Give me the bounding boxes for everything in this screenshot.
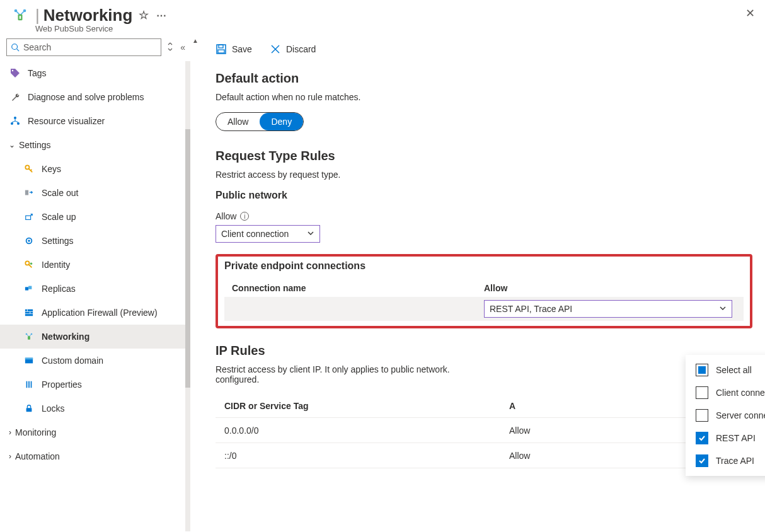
svg-line-5 [17,49,20,52]
svg-point-9 [17,122,20,125]
networking-icon [23,331,35,342]
default-action-description: Default action when no rule matches. [216,92,752,102]
ip-rule-row: ::/0 Allow ⋯ [216,443,752,468]
option-rest-api[interactable]: REST API [686,427,765,449]
discard-icon [270,43,281,55]
sidebar-item-settings[interactable]: Settings [0,229,190,253]
collapse-sidebar-icon[interactable]: « [180,42,185,52]
svg-rect-31 [31,381,32,388]
ip-rules-heading: IP Rules [216,344,752,358]
domain-icon [23,355,35,366]
chevron-down-icon [307,229,314,239]
default-action-heading: Default action [216,71,752,86]
checkbox-checked-icon [696,432,708,444]
checkbox-unchecked-icon [696,409,708,422]
option-server-connection[interactable]: Server connection [686,404,765,427]
close-blade-button[interactable]: ✕ [745,6,755,20]
ip-rule-row: 0.0.0.0/0 Allow ⋯ [216,418,752,443]
allow-option[interactable]: Allow [216,113,260,130]
sidebar: Search « Tags Diagnose and solve problem… [0,33,190,531]
svg-point-4 [12,44,18,50]
checkbox-checked-icon [696,454,708,467]
checkbox-partial-icon [696,364,708,376]
sidebar-group-monitoring[interactable]: ›Monitoring [0,420,190,444]
lock-icon [23,403,35,414]
svg-rect-17 [25,287,28,290]
svg-point-14 [28,240,30,242]
favorite-star-icon[interactable]: ☆ [139,8,149,22]
svg-rect-28 [25,358,33,360]
public-network-allow-dropdown[interactable]: Client connection [216,225,320,243]
cidr-column-header: CIDR or Service Tag [216,395,500,418]
sidebar-item-identity[interactable]: Identity [0,253,190,277]
scroll-up-icon[interactable]: ▲ [192,37,198,44]
sidebar-item-custom-domain[interactable]: Custom domain [0,349,190,373]
allow-options-dropdown-panel: Select all Client connection Server conn… [686,355,765,476]
sidebar-group-automation[interactable]: ›Automation [0,444,190,468]
sidebar-item-diagnose[interactable]: Diagnose and solve problems [0,85,190,109]
key-icon [23,163,35,175]
scale-out-icon [23,187,35,199]
svg-rect-12 [26,216,31,219]
option-select-all[interactable]: Select all [686,359,765,381]
search-icon [11,43,20,52]
sidebar-item-scale-up[interactable]: Scale up [0,205,190,229]
page-title: |Networking ☆ ⋯ [35,6,166,25]
ip-rules-table: CIDR or Service Tag A 0.0.0.0/0 Allow ⋯ … [216,395,752,468]
chevron-down-icon [719,304,727,314]
allow-label: Allowi [216,211,752,221]
scale-up-icon [23,211,35,223]
svg-point-8 [11,122,13,125]
chevron-right-icon: › [9,428,11,437]
highlighted-section: Private endpoint connections Connection … [216,254,752,328]
more-commands-icon[interactable]: ⋯ [156,9,166,21]
sidebar-item-networking[interactable]: Networking [0,325,190,349]
deny-option[interactable]: Deny [260,113,303,130]
ip-rules-description: Restrict access by client IP. It only ap… [216,364,752,385]
sidebar-search-input[interactable]: Search [6,38,161,56]
sidebar-item-keys[interactable]: Keys [0,157,190,181]
info-icon[interactable]: i [240,212,249,221]
save-button[interactable]: Save [216,43,252,55]
hierarchy-icon [9,115,21,127]
sidebar-item-resource-visualizer[interactable]: Resource visualizer [0,109,190,133]
request-type-rules-description: Restrict access by request type. [216,170,752,180]
svg-point-6 [12,70,13,71]
connection-row: REST API, Trace API [224,297,744,321]
properties-icon [23,379,35,390]
svg-rect-29 [26,381,28,388]
sidebar-item-application-firewall[interactable]: Application Firewall (Preview) [0,301,190,325]
allow-column-header: Allow [484,283,736,293]
svg-rect-30 [28,381,30,388]
request-type-rules-heading: Request Type Rules [216,149,752,163]
sidebar-scrollbar-thumb[interactable] [185,129,190,388]
svg-rect-32 [26,408,32,412]
expand-collapse-toggle-icon[interactable] [166,42,174,53]
action-column-header: A [500,395,702,418]
default-action-toggle[interactable]: Allow Deny [216,112,304,131]
public-network-heading: Public network [216,190,752,201]
connection-name-column-header: Connection name [232,283,484,293]
sidebar-item-scale-out[interactable]: Scale out [0,181,190,205]
svg-rect-3 [20,16,21,19]
sidebar-group-settings[interactable]: ⌄Settings [0,133,190,157]
sidebar-item-properties[interactable]: Properties [0,373,190,396]
connection-allow-dropdown[interactable]: REST API, Trace API [484,300,732,318]
sidebar-item-replicas[interactable]: Replicas [0,277,190,301]
replicas-icon [23,283,35,294]
option-client-connection[interactable]: Client connection [686,381,765,404]
discard-button[interactable]: Discard [270,43,316,55]
svg-rect-19 [25,309,33,316]
private-endpoint-heading: Private endpoint connections [224,260,744,272]
chevron-down-icon: ⌄ [9,141,15,149]
save-icon [216,43,227,55]
tags-icon [9,67,21,79]
svg-rect-35 [218,50,224,53]
chevron-right-icon: › [9,452,11,461]
identity-icon [23,259,35,270]
sidebar-item-locks[interactable]: Locks [0,396,190,420]
option-trace-api[interactable]: Trace API [686,449,765,472]
svg-rect-11 [25,190,28,195]
service-icon [10,5,30,25]
sidebar-item-tags[interactable]: Tags [0,61,190,85]
